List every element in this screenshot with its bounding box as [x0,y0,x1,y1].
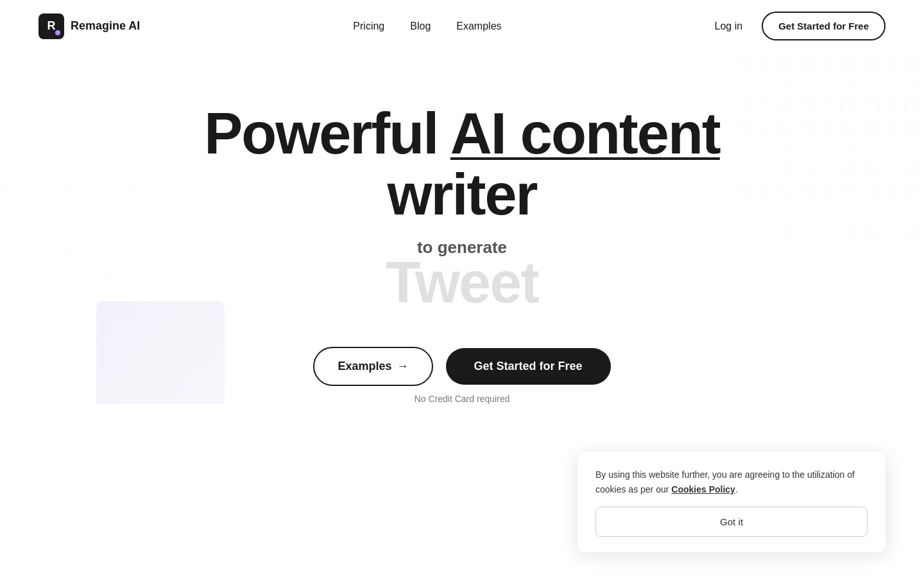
no-credit-card-text: No Credit Card required [415,394,510,404]
cookie-got-it-button[interactable]: Got it [595,507,868,537]
hero-title-part1: Powerful [204,101,450,166]
nav-pricing[interactable]: Pricing [353,21,384,31]
logo-text: Remagine AI [71,19,140,33]
nav-right: Log in Get Started for Free [715,12,886,40]
nav-examples[interactable]: Examples [456,21,501,31]
nav-cta-button[interactable]: Get Started for Free [762,12,886,40]
hero-title-part2: writer [387,162,536,227]
hero-title-underline: AI content [450,101,720,166]
cookies-policy-link[interactable]: Cookies Policy [671,484,735,495]
cookie-banner: By using this website further, you are a… [578,452,886,552]
logo[interactable]: R Remagine AI [38,13,140,39]
cta-row: Examples → Get Started for Free [313,347,610,386]
animated-word-wrapper: Tweet [386,251,538,315]
arrow-icon: → [397,360,409,373]
nav-blog[interactable]: Blog [410,21,431,31]
nav-links: Pricing Blog Examples [353,21,501,32]
hero-section: Powerful AI content writer to generate T… [0,52,924,404]
login-link[interactable]: Log in [715,21,743,32]
get-started-button[interactable]: Get Started for Free [446,348,611,385]
cookie-text: By using this website further, you are a… [595,468,868,496]
dot-grid-right [732,52,924,245]
logo-icon: R [38,13,64,39]
bottom-decorative-element [96,301,225,404]
hero-title: Powerful AI content writer [204,103,720,225]
navbar: R Remagine AI Pricing Blog Examples Log … [0,0,924,52]
hero-animated-word: Tweet [386,250,538,315]
examples-button[interactable]: Examples → [313,347,432,386]
